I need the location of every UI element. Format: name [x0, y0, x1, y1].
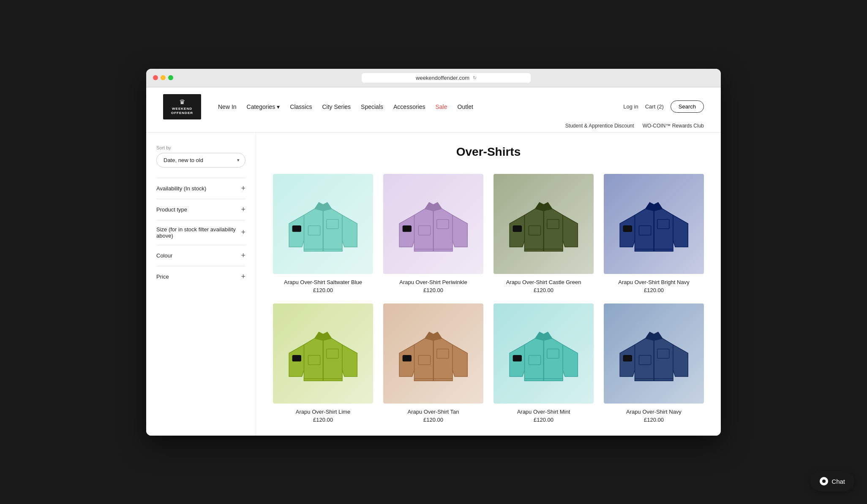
product-image-bright-navy [604, 174, 704, 274]
svg-rect-1 [327, 219, 338, 229]
student-discount-link[interactable]: Student & Apprentice Discount [565, 123, 634, 129]
filter-price[interactable]: Price + [156, 266, 245, 287]
address-bar[interactable]: weekendoffender.com ↻ [362, 73, 531, 83]
sidebar: Sort by Date, new to old Date, old to ne… [146, 133, 256, 436]
traffic-lights [153, 75, 173, 80]
product-card-tan[interactable]: Arapu Over-Shirt Tan £120.00 [383, 303, 483, 423]
product-card-castle-green[interactable]: Arapu Over-Shirt Castle Green £120.00 [493, 174, 594, 293]
product-card-bright-navy[interactable]: Arapu Over-Shirt Bright Navy £120.00 [604, 174, 704, 293]
product-price-castle-green: £120.00 [493, 287, 594, 293]
product-image-lime [273, 303, 373, 404]
product-name-periwinkle: Arapu Over-Shirt Periwinkle [383, 279, 483, 285]
filter-colour[interactable]: Colour + [156, 245, 245, 266]
filter-label-size: Size (for in stock filter availability a… [156, 226, 241, 239]
main-nav: New In Categories ▾ Classics City Series… [218, 103, 473, 110]
filter-plus-colour: + [241, 251, 245, 260]
browser-chrome: weekendoffender.com ↻ [146, 69, 721, 87]
product-name-navy2: Arapu Over-Shirt Navy [604, 409, 704, 415]
product-card-saltwater-blue[interactable]: Arapu Over-Shirt Saltwater Blue £120.00 [273, 174, 373, 293]
nav-outlet[interactable]: Outlet [458, 103, 473, 110]
filters-container: Availability (In stock) + Product type +… [156, 178, 245, 287]
logo[interactable]: ♛ WEEKENDOFFENDER [163, 94, 201, 119]
logo-crown: ♛ [179, 98, 185, 106]
svg-rect-18 [639, 226, 651, 235]
categories-chevron-icon: ▾ [277, 103, 280, 110]
url-text: weekendoffender.com [416, 75, 469, 81]
filter-availability[interactable]: Availability (In stock) + [156, 178, 245, 199]
product-image-saltwater-blue [273, 174, 373, 274]
reload-icon[interactable]: ↻ [473, 75, 477, 81]
nav-specials[interactable]: Specials [361, 103, 383, 110]
product-card-periwinkle[interactable]: Arapu Over-Shirt Periwinkle £120.00 [383, 174, 483, 293]
nav-city-series[interactable]: City Series [322, 103, 351, 110]
filter-plus-price: + [241, 272, 245, 281]
svg-rect-6 [437, 219, 449, 229]
sort-select[interactable]: Date, new to old Date, old to new Price,… [156, 153, 245, 168]
svg-rect-2 [292, 226, 301, 232]
svg-rect-8 [418, 226, 430, 235]
login-link[interactable]: Log in [623, 103, 638, 110]
chat-icon-dot [822, 480, 826, 483]
svg-rect-16 [657, 219, 669, 229]
filter-label-product-type: Product type [156, 206, 187, 213]
svg-rect-17 [623, 226, 632, 232]
svg-rect-38 [639, 355, 651, 365]
product-image-periwinkle [383, 174, 483, 274]
nav-new-in[interactable]: New In [218, 103, 237, 110]
product-name-tan: Arapu Over-Shirt Tan [383, 409, 483, 415]
filter-label-colour: Colour [156, 252, 172, 259]
minimize-button[interactable] [161, 75, 166, 80]
cart-button[interactable]: Cart (2) [645, 103, 664, 110]
sort-wrapper: Date, new to old Date, old to new Price,… [156, 153, 245, 168]
products-grid: Arapu Over-Shirt Saltwater Blue £120.00 [273, 174, 704, 423]
product-card-navy2[interactable]: Arapu Over-Shirt Navy £120.00 [604, 303, 704, 423]
product-price-periwinkle: £120.00 [383, 287, 483, 293]
svg-rect-21 [327, 349, 338, 358]
header-secondary: Student & Apprentice Discount WO-COIN™ R… [163, 123, 704, 132]
filter-size[interactable]: Size (for in stock filter availability a… [156, 220, 245, 245]
svg-rect-28 [418, 355, 430, 365]
filter-product-type[interactable]: Product type + [156, 199, 245, 220]
header-actions: Log in Cart (2) Search [623, 100, 704, 113]
logo-area: ♛ WEEKENDOFFENDER New In Categories ▾ Cl… [163, 94, 473, 119]
product-image-navy2 [604, 303, 704, 404]
svg-rect-23 [308, 355, 320, 365]
svg-rect-33 [529, 355, 540, 365]
chat-icon [820, 477, 828, 485]
product-card-lime[interactable]: Arapu Over-Shirt Lime £120.00 [273, 303, 373, 423]
product-name-castle-green: Arapu Over-Shirt Castle Green [493, 279, 594, 285]
product-price-mint: £120.00 [493, 417, 594, 423]
product-price-bright-navy: £120.00 [604, 287, 704, 293]
filter-label-availability: Availability (In stock) [156, 185, 206, 192]
nav-accessories[interactable]: Accessories [393, 103, 425, 110]
product-name-lime: Arapu Over-Shirt Lime [273, 409, 373, 415]
product-price-tan: £120.00 [383, 417, 483, 423]
page-content: Sort by Date, new to old Date, old to ne… [146, 133, 721, 436]
chat-button[interactable]: Chat [810, 471, 854, 491]
svg-rect-11 [547, 219, 559, 229]
chat-label: Chat [832, 478, 845, 485]
product-name-mint: Arapu Over-Shirt Mint [493, 409, 594, 415]
svg-rect-32 [513, 355, 521, 361]
nav-categories-label: Categories [247, 103, 275, 110]
svg-rect-7 [403, 226, 411, 232]
rewards-link[interactable]: WO-COIN™ Rewards Club [643, 123, 704, 129]
page-title: Over-Shirts [273, 145, 704, 159]
svg-rect-22 [292, 355, 301, 361]
svg-rect-13 [529, 226, 540, 235]
nav-classics[interactable]: Classics [290, 103, 312, 110]
browser-window: weekendoffender.com ↻ ♛ WEEKENDOFFENDER … [146, 69, 721, 436]
filter-label-price: Price [156, 274, 169, 280]
nav-categories[interactable]: Categories ▾ [247, 103, 280, 110]
product-name-bright-navy: Arapu Over-Shirt Bright Navy [604, 279, 704, 285]
filter-plus-availability: + [241, 184, 245, 193]
search-button[interactable]: Search [671, 100, 704, 113]
product-card-mint[interactable]: Arapu Over-Shirt Mint £120.00 [493, 303, 594, 423]
nav-sale[interactable]: Sale [435, 103, 447, 110]
product-name-saltwater-blue: Arapu Over-Shirt Saltwater Blue [273, 279, 373, 285]
product-price-saltwater-blue: £120.00 [273, 287, 373, 293]
svg-rect-37 [623, 355, 632, 361]
maximize-button[interactable] [168, 75, 173, 80]
close-button[interactable] [153, 75, 158, 80]
logo-text: WEEKENDOFFENDER [171, 107, 193, 115]
